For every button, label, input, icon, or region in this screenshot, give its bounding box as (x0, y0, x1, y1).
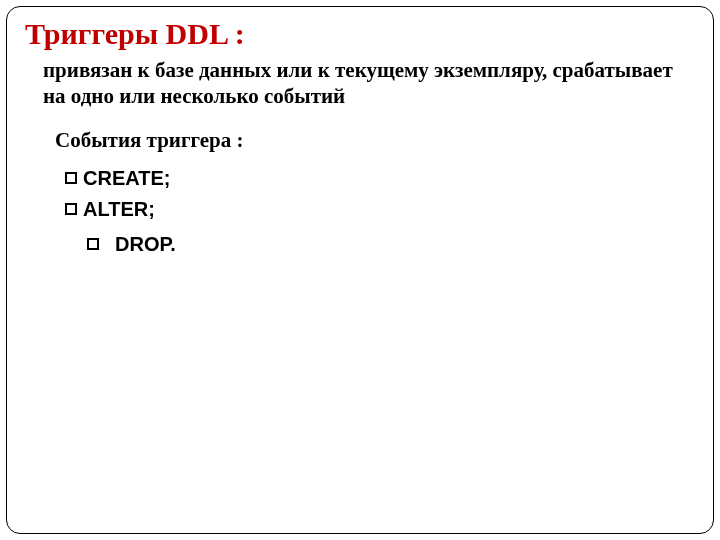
square-bullet-icon (65, 172, 77, 184)
square-bullet-icon (87, 238, 99, 250)
event-list: CREATE; ALTER; DROP. (65, 167, 695, 256)
slide-frame: Триггеры DDL : привязан к базе данных ил… (6, 6, 714, 534)
list-item: DROP. (87, 233, 695, 256)
slide-description: привязан к базе данных или к текущему эк… (43, 57, 675, 110)
list-item-label: ALTER; (83, 198, 155, 221)
list-item-label: DROP. (115, 233, 176, 256)
square-bullet-icon (65, 203, 77, 215)
slide-subtitle: События триггера : (55, 128, 695, 153)
list-item: CREATE; (65, 167, 695, 190)
list-item-label: CREATE; (83, 167, 170, 190)
slide-title: Триггеры DDL : (25, 17, 695, 51)
list-item: ALTER; (65, 198, 695, 221)
